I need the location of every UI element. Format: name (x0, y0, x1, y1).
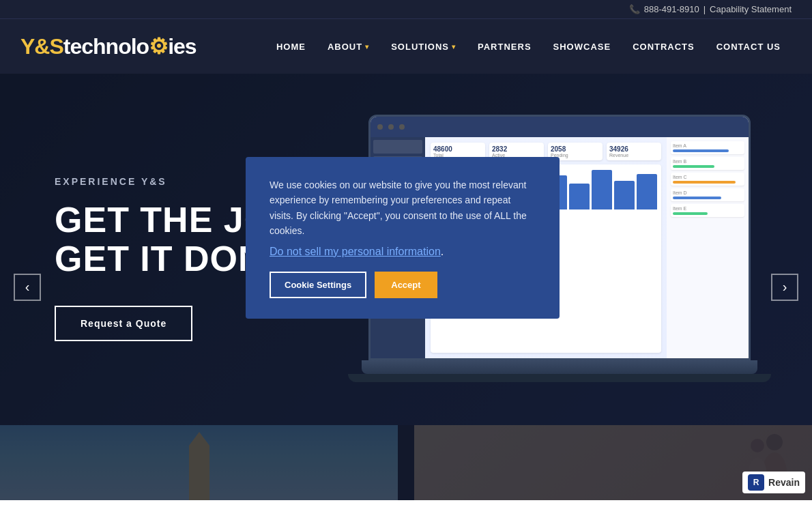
nav-item-home[interactable]: HOME (265, 35, 317, 59)
request-quote-button[interactable]: Request a Quote (55, 306, 192, 341)
right-item-4: Item D (671, 188, 744, 201)
nav-item-partners[interactable]: PARTNERS (467, 35, 542, 59)
logo-tech: technolo (63, 34, 149, 59)
stat-3-num: 2058 (551, 145, 600, 153)
chevron-solutions-icon: ▾ (452, 43, 456, 50)
chevron-about-icon: ▾ (365, 43, 369, 50)
bar-8 (592, 170, 612, 209)
carousel-prev-button[interactable]: ‹ (14, 274, 41, 301)
cookie-buttons: Cookie Settings Accept (270, 272, 536, 298)
right-bar-3 (673, 181, 736, 184)
right-bar-2 (673, 165, 714, 168)
stat-4: 34926 Revenue (607, 143, 661, 160)
logo-gies: ies (168, 34, 196, 59)
sidebar-item-1 (373, 140, 422, 154)
nav-link-partners[interactable]: PARTNERS (467, 35, 542, 59)
nav-link-showcase[interactable]: SHOWCASE (542, 35, 622, 59)
right-item-3: Item C (671, 173, 744, 186)
nav-item-contracts[interactable]: CONTRACTS (622, 35, 706, 59)
cookie-message: We use cookies on our website to give yo… (270, 177, 536, 239)
cookie-link-suffix: . (441, 246, 444, 257)
stat-2-num: 2832 (492, 145, 541, 153)
do-not-sell-link[interactable]: Do not sell my personal information (270, 246, 441, 257)
phone-number: 888-491-8910 (644, 4, 699, 14)
nav-item-about[interactable]: ABOUT ▾ (317, 35, 380, 59)
laptop-base (362, 360, 757, 374)
right-item-4-label: Item D (673, 190, 742, 195)
bar-10 (637, 174, 657, 209)
top-bar: 📞 888-491-8910 | Capability Statement (0, 0, 812, 19)
right-item-3-label: Item C (673, 175, 742, 179)
nav-links: HOME ABOUT ▾ SOLUTIONS ▾ PARTNERS SHOWCA… (265, 35, 792, 59)
right-bar-4 (673, 197, 721, 199)
separator: | (704, 4, 706, 14)
right-bar-1 (673, 149, 729, 152)
right-item-5-label: Item E (673, 206, 742, 211)
nav-item-solutions[interactable]: SOLUTIONS ▾ (380, 35, 467, 59)
nav-link-solutions[interactable]: SOLUTIONS ▾ (380, 35, 467, 59)
logo-gear: ⚙ (149, 34, 168, 59)
phone-icon: 📞 (629, 4, 640, 14)
screen-dot-1 (377, 124, 383, 130)
laptop-bottom (348, 374, 771, 382)
right-item-5: Item E (671, 204, 744, 217)
right-item-1-label: Item A (673, 143, 742, 148)
screen-right-panel: Item A Item B Item C Item D (667, 137, 749, 358)
carousel-next-button[interactable]: › (771, 274, 798, 301)
revain-label: Revain (768, 477, 800, 488)
bar-9 (614, 181, 635, 209)
revain-badge: R Revain (742, 472, 805, 493)
stat-4-label: Revenue (609, 153, 658, 158)
header: 📞 888-491-8910 | Capability Statement Y&… (0, 0, 812, 74)
logo[interactable]: Y&Stechnolo⚙ies (20, 33, 197, 59)
nav-link-contracts[interactable]: CONTRACTS (622, 35, 706, 59)
cookie-settings-button[interactable]: Cookie Settings (270, 272, 366, 298)
screen-dot-3 (399, 124, 405, 130)
nav-link-about[interactable]: ABOUT ▾ (317, 35, 380, 59)
bar-7 (569, 184, 590, 209)
capability-statement-link[interactable]: Capability Statement (710, 4, 792, 14)
cookie-message-text: We use cookies on our website to give yo… (270, 179, 527, 236)
right-bar-5 (673, 212, 708, 215)
nav-link-home[interactable]: HOME (265, 35, 317, 59)
cookie-modal: We use cookies on our website to give yo… (246, 157, 560, 319)
stat-1-num: 48600 (433, 145, 482, 153)
screen-header (371, 117, 749, 137)
revain-icon: R (748, 474, 764, 491)
right-item-1: Item A (671, 141, 744, 154)
nav-item-contact[interactable]: CONTACT US (706, 35, 792, 59)
accept-button[interactable]: Accept (375, 272, 437, 298)
stat-4-num: 34926 (609, 145, 658, 153)
nav-item-showcase[interactable]: SHOWCASE (542, 35, 622, 59)
nav-bar: Y&Stechnolo⚙ies HOME ABOUT ▾ SOLUTIONS ▾… (0, 19, 812, 74)
cookie-link-paragraph: Do not sell my personal information. (270, 246, 536, 258)
right-item-2: Item B (671, 157, 744, 170)
nav-link-contact[interactable]: CONTACT US (706, 35, 792, 59)
logo-ys: Y&S (20, 34, 63, 59)
screen-dot-2 (388, 124, 394, 130)
right-item-2-label: Item B (673, 159, 742, 164)
